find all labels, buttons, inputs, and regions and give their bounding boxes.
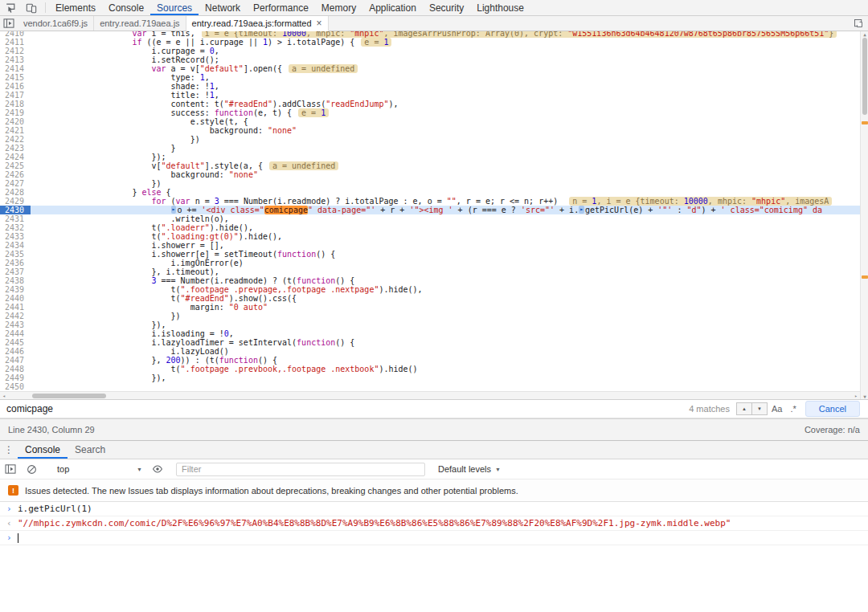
code-line[interactable]: 2412i.curpage = 0, — [0, 47, 860, 55]
tab-performance[interactable]: Performance — [247, 0, 315, 15]
code-line[interactable]: 2414var a = v["default"].open({a = undef… — [0, 64, 860, 73]
live-expression-eye-icon[interactable] — [147, 463, 168, 475]
code-line[interactable]: 2424}); — [0, 153, 860, 161]
scroll-right-icon[interactable]: ▸ — [852, 392, 860, 400]
line-number[interactable]: 2425 — [0, 161, 31, 170]
device-toolbar-icon[interactable] — [21, 0, 42, 15]
code-line[interactable]: 2410var i = this,i = e {timeout: 10000, … — [0, 31, 860, 38]
tab-security[interactable]: Security — [423, 0, 470, 15]
code-line[interactable]: 2450 — [0, 382, 860, 391]
line-number[interactable]: 2449 — [0, 373, 31, 382]
code-line[interactable]: 2425v["default"].style(a, {a = undefined — [0, 161, 860, 170]
horizontal-scrollbar[interactable]: ◂ ▸ — [0, 391, 860, 399]
line-number[interactable]: 2424 — [0, 153, 31, 161]
issues-infobar[interactable]: ! Issues detected. The new Issues tab di… — [0, 479, 868, 502]
file-tab[interactable]: entry.read.719aea.js:formatted× — [186, 16, 329, 31]
line-number[interactable]: 2434 — [0, 241, 31, 250]
editor-panel-icon[interactable] — [849, 16, 868, 31]
scroll-left-icon[interactable]: ◂ — [0, 392, 8, 400]
console-prompt[interactable]: › — [0, 531, 868, 545]
tab-application[interactable]: Application — [362, 0, 423, 15]
code-line[interactable]: 2415type: 1, — [0, 73, 860, 82]
tab-elements[interactable]: Elements — [49, 0, 102, 15]
tab-network[interactable]: Network — [199, 0, 247, 15]
code-line[interactable]: 2448t(".footpage .prevbook,.footpage .ne… — [0, 365, 860, 373]
line-number[interactable]: 2430 — [0, 206, 31, 214]
console-sidebar-icon[interactable] — [0, 464, 21, 474]
show-navigator-icon[interactable] — [0, 16, 18, 31]
code-line[interactable]: 2442}) — [0, 312, 860, 320]
clear-console-icon[interactable] — [21, 464, 42, 475]
code-line[interactable]: 2439t(".footpage .prevpage,.footpage .ne… — [0, 285, 860, 294]
vertical-scrollbar[interactable]: ▲ ▼ — [860, 31, 868, 399]
line-number[interactable]: 2441 — [0, 303, 31, 312]
code-line[interactable]: 2419success: function(e, t) {e = 1 — [0, 108, 860, 117]
line-number[interactable]: 2426 — [0, 170, 31, 179]
tab-memory[interactable]: Memory — [315, 0, 362, 15]
code-line[interactable]: 2411if ((e = e || i.curpage || 1) > i.to… — [0, 38, 860, 47]
line-number[interactable]: 2416 — [0, 82, 31, 91]
line-number[interactable]: 2443 — [0, 320, 31, 329]
line-number[interactable]: 2423 — [0, 144, 31, 153]
code-line[interactable]: 2413i.setRecord(); — [0, 55, 860, 64]
line-number[interactable]: 2442 — [0, 312, 31, 320]
code-line[interactable]: 2440t("#readEnd").show().css({ — [0, 294, 860, 303]
line-number[interactable]: 2439 — [0, 285, 31, 294]
line-number[interactable]: 2437 — [0, 267, 31, 276]
console-empty-area[interactable] — [0, 545, 868, 612]
file-tab[interactable]: entry.read.719aea.js — [94, 16, 186, 31]
code-line[interactable]: 2434i.showerr = [], — [0, 241, 860, 250]
code-line[interactable]: 2445i.lazyloadTimer = setInterval(functi… — [0, 338, 860, 347]
line-number[interactable]: 2435 — [0, 250, 31, 259]
code-line[interactable]: 2430▸o += '<div class="comicpage" data-p… — [0, 206, 860, 214]
line-number[interactable]: 2419 — [0, 108, 31, 117]
next-match-button[interactable]: ▼ — [751, 402, 768, 415]
code-line[interactable]: 2428} else { — [0, 188, 860, 197]
line-number[interactable]: 2412 — [0, 47, 31, 55]
line-number[interactable]: 2411 — [0, 38, 31, 47]
code-line[interactable]: 2416shade: !1, — [0, 82, 860, 91]
context-selector[interactable]: top ▼ — [52, 464, 147, 474]
line-number[interactable]: 2433 — [0, 232, 31, 241]
code-line[interactable]: 2427}) — [0, 179, 860, 188]
code-line[interactable]: 2426background: "none" — [0, 170, 860, 179]
line-number[interactable]: 2432 — [0, 223, 31, 232]
cancel-button[interactable]: Cancel — [805, 401, 860, 417]
line-number[interactable]: 2447 — [0, 356, 31, 365]
line-number[interactable]: 2418 — [0, 100, 31, 108]
close-icon[interactable]: × — [317, 18, 322, 28]
code-line[interactable]: 2429for (var n = 3 === Number(i.readmode… — [0, 197, 860, 206]
vertical-scroll-thumb[interactable] — [862, 38, 867, 115]
code-line[interactable]: 2435i.showerr[e] = setTimeout(function()… — [0, 250, 860, 259]
code-line[interactable]: 2431.writeln(o), — [0, 214, 860, 223]
line-number[interactable]: 2415 — [0, 73, 31, 82]
drawer-tab-console[interactable]: Console — [18, 441, 68, 459]
line-number[interactable]: 2421 — [0, 126, 31, 135]
code-line[interactable]: 2417title: !1, — [0, 91, 860, 100]
line-number[interactable]: 2436 — [0, 259, 31, 267]
tab-sources[interactable]: Sources — [150, 0, 199, 15]
line-number[interactable]: 2413 — [0, 55, 31, 64]
code-line[interactable]: 2420e.style(t, { — [0, 117, 860, 126]
line-number[interactable]: 2420 — [0, 117, 31, 126]
line-number[interactable]: 2446 — [0, 347, 31, 356]
inspect-element-icon[interactable] — [0, 0, 21, 15]
line-number[interactable]: 2410 — [0, 31, 31, 38]
code-line[interactable]: 2433t(".loading:gt(0)").hide(), — [0, 232, 860, 241]
line-number[interactable]: 2440 — [0, 294, 31, 303]
previous-match-button[interactable]: ▲ — [736, 402, 752, 415]
search-match-marker[interactable] — [862, 121, 868, 124]
code-line[interactable]: 2444i.isloading = !0, — [0, 329, 860, 338]
code-line[interactable]: 2432t(".loaderr").hide(), — [0, 223, 860, 232]
match-case-button[interactable]: Aa — [772, 404, 782, 414]
regex-button[interactable]: .* — [790, 404, 796, 414]
line-number[interactable]: 2422 — [0, 135, 31, 144]
line-number[interactable]: 2431 — [0, 214, 31, 223]
code-line[interactable]: 2436i.imgOnError(e) — [0, 259, 860, 267]
code-line[interactable]: 2423} — [0, 144, 860, 153]
line-number[interactable]: 2438 — [0, 276, 31, 285]
line-number[interactable]: 2414 — [0, 64, 31, 73]
code-line[interactable]: 2422}) — [0, 135, 860, 144]
line-number[interactable]: 2444 — [0, 329, 31, 338]
horizontal-scroll-thumb[interactable] — [32, 394, 106, 398]
